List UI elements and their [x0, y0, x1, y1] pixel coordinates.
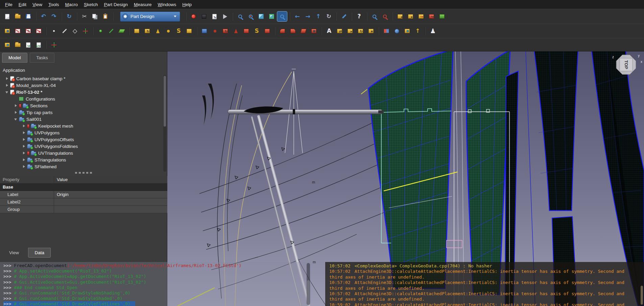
- isometric-view-icon[interactable]: [256, 12, 266, 21]
- tree-item-sail001[interactable]: Sail001: [0, 116, 167, 123]
- report-scrollbar[interactable]: [640, 263, 643, 305]
- create-body-icon[interactable]: [2, 26, 12, 36]
- menu-windows[interactable]: Windows: [154, 1, 179, 8]
- tree-item-uvpolygons[interactable]: UVPolygons: [0, 129, 167, 136]
- datum-line-icon[interactable]: [106, 26, 116, 36]
- create-part-icon[interactable]: [2, 40, 12, 50]
- pocket-icon[interactable]: [199, 26, 209, 36]
- redo-icon[interactable]: [49, 12, 59, 21]
- chevron-right-icon[interactable]: [14, 110, 18, 115]
- menu-sketch[interactable]: Sketch: [81, 1, 101, 8]
- menu-part-design[interactable]: Part Design: [101, 1, 131, 8]
- fillet-icon[interactable]: [278, 26, 287, 36]
- workbench-selector[interactable]: Part Design: [120, 12, 180, 22]
- axis-cross-icon[interactable]: [49, 40, 59, 50]
- additive-pipe-icon[interactable]: [163, 26, 173, 36]
- tree-scrollbar[interactable]: [163, 75, 166, 172]
- fit-selection-icon[interactable]: [246, 12, 256, 21]
- create-sketch-icon[interactable]: [13, 26, 23, 36]
- tree-sync-icon[interactable]: [437, 12, 447, 21]
- make-sub-link-icon[interactable]: [34, 40, 44, 50]
- datum-point-icon[interactable]: [96, 26, 105, 36]
- additive-loft-icon[interactable]: [153, 26, 163, 36]
- chevron-right-icon[interactable]: [22, 158, 26, 162]
- chevron-right-icon[interactable]: [22, 151, 26, 155]
- save-icon[interactable]: [23, 12, 33, 21]
- subtractive-pipe-icon[interactable]: [241, 26, 251, 36]
- chevron-right-icon[interactable]: [22, 124, 26, 128]
- dock-splitter-handle[interactable]: [75, 172, 93, 174]
- sync-view-icon[interactable]: [277, 12, 287, 21]
- menu-measure[interactable]: Measure: [131, 1, 155, 8]
- polar-pattern-icon[interactable]: [356, 26, 365, 36]
- clone-icon[interactable]: [402, 26, 412, 36]
- draft-icon[interactable]: [299, 26, 308, 36]
- linear-pattern-icon[interactable]: [345, 26, 355, 36]
- tree-item-carbon-basebar-clamp[interactable]: Carbon basebar clamp *: [0, 75, 167, 82]
- boolean-icon[interactable]: [381, 26, 391, 36]
- tab-tasks[interactable]: Tasks: [30, 53, 54, 63]
- selection-forward-icon[interactable]: [406, 12, 415, 21]
- tree-item-uvpolygonsfoldlines[interactable]: UVPolygonsFoldlines: [0, 143, 167, 150]
- sphere-icon[interactable]: [392, 26, 402, 36]
- tab-data[interactable]: Data: [28, 248, 51, 258]
- chevron-right-icon[interactable]: [22, 131, 26, 135]
- property-row-label2[interactable]: Label2: [0, 198, 167, 206]
- python-console[interactable]: >>> FreeCAD.openDocument('/home/timbo/Dr…: [0, 262, 311, 306]
- additive-box-icon[interactable]: [184, 26, 194, 36]
- tree-item-riot-13-02[interactable]: RioT-13-02 *: [0, 89, 167, 95]
- zoom-in-icon[interactable]: [369, 12, 379, 21]
- local-axis-icon[interactable]: [80, 26, 90, 36]
- console-scrollbar[interactable]: [307, 263, 310, 305]
- nav-up-icon[interactable]: [313, 12, 323, 21]
- open-document-icon[interactable]: [13, 12, 23, 21]
- fit-all-icon[interactable]: [235, 12, 245, 21]
- new-document-icon[interactable]: [2, 12, 12, 21]
- tree-item-keelpocket-mesh[interactable]: Keelpocket mesh: [0, 123, 167, 129]
- tree-item-mould-assm-xl-04[interactable]: Mould_assm-XL-04: [0, 82, 167, 89]
- whats-this-icon[interactable]: [354, 12, 364, 21]
- multitransform-icon[interactable]: [366, 26, 376, 36]
- macro-record-icon[interactable]: [189, 12, 198, 21]
- create-group-icon[interactable]: [13, 40, 23, 50]
- shape-string-icon[interactable]: [324, 26, 334, 36]
- edit-sketch-icon[interactable]: [23, 26, 33, 36]
- mannequin-icon[interactable]: [428, 26, 438, 36]
- subtractive-loft-icon[interactable]: [231, 26, 241, 36]
- chevron-right-icon[interactable]: [5, 76, 9, 81]
- tab-model[interactable]: Model: [2, 53, 27, 63]
- menu-file[interactable]: File: [2, 1, 16, 8]
- pad-icon[interactable]: [132, 26, 142, 36]
- tree-item-uvtriangulations[interactable]: UVTriangulations: [0, 150, 167, 156]
- chevron-down-icon[interactable]: [5, 90, 9, 94]
- create-arc-icon[interactable]: [70, 26, 80, 36]
- chevron-right-icon[interactable]: [14, 104, 18, 108]
- map-sketch-icon[interactable]: [34, 26, 44, 36]
- additive-helix-icon[interactable]: [174, 26, 184, 36]
- selection-back-icon[interactable]: [395, 12, 405, 21]
- macro-stop-icon[interactable]: [199, 12, 209, 21]
- datum-plane-icon[interactable]: [117, 26, 126, 36]
- thickness-icon[interactable]: [309, 26, 319, 36]
- tree-item-sections[interactable]: Sections: [0, 102, 167, 109]
- tree-item-sflattened[interactable]: SFlattened: [0, 163, 167, 170]
- menu-edit[interactable]: Edit: [16, 1, 29, 8]
- revolution-icon[interactable]: [142, 26, 152, 36]
- property-row-group[interactable]: Group: [0, 206, 167, 213]
- tree-item-configurations[interactable]: Configurations: [0, 95, 167, 102]
- menu-view[interactable]: View: [29, 1, 45, 8]
- menu-tools[interactable]: Tools: [45, 1, 62, 8]
- paste-icon[interactable]: [100, 12, 110, 21]
- tab-view[interactable]: View: [3, 248, 25, 258]
- zoom-clear-icon[interactable]: [380, 12, 390, 21]
- subtractive-helix-icon[interactable]: [252, 26, 262, 36]
- orbit-icon[interactable]: [324, 12, 334, 21]
- tree-item-striangulations[interactable]: STriangulations: [0, 156, 167, 163]
- subtractive-box-icon[interactable]: [262, 26, 272, 36]
- mirrored-icon[interactable]: [335, 26, 344, 36]
- create-line-icon[interactable]: [59, 26, 69, 36]
- hole-icon[interactable]: [210, 26, 220, 36]
- chevron-right-icon[interactable]: [22, 137, 26, 142]
- report-view[interactable]: 10:57:02<ComplexGeoData> ComplexGeoData.…: [325, 262, 644, 306]
- nav-forward-icon[interactable]: [303, 12, 313, 21]
